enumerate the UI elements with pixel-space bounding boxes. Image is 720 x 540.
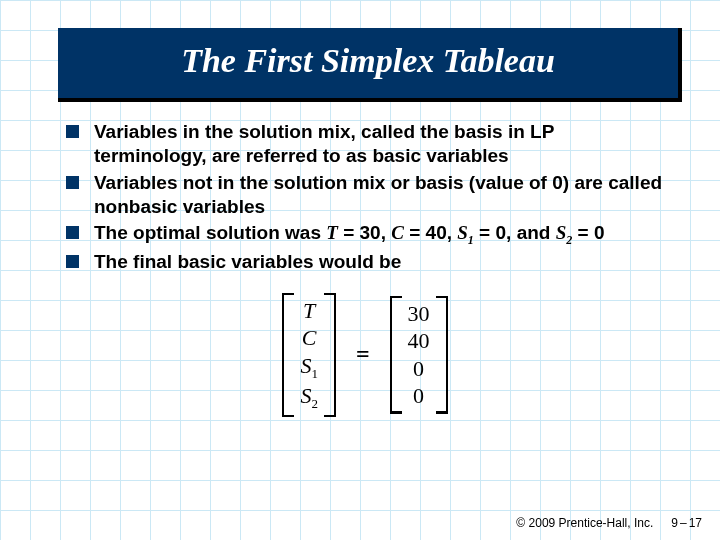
chapter-number: 9 <box>671 516 678 530</box>
vec-var: S2 <box>300 382 318 413</box>
copyright-text: © 2009 Prentice-Hall, Inc. <box>516 516 653 530</box>
page-sep: – <box>678 516 689 530</box>
val-S2: 0 <box>594 222 605 243</box>
vec-val: 30 <box>408 300 430 328</box>
bullet-text: The final basic variables would be <box>94 251 401 272</box>
bullet-item: Variables not in the solution mix or bas… <box>66 171 664 220</box>
vec-var: C <box>302 324 317 352</box>
val-C: 40 <box>426 222 447 243</box>
slide-footer: © 2009 Prentice-Hall, Inc. 9–17 <box>516 516 702 530</box>
var-C: C <box>391 222 404 243</box>
slide-content: The First Simplex Tableau Variables in t… <box>0 28 720 417</box>
var-S2: S2 <box>556 222 573 243</box>
left-bracket-icon <box>390 296 400 414</box>
right-bracket-group: 30 40 0 0 <box>390 296 448 414</box>
keyword-basis: basis <box>454 121 503 142</box>
page-subnumber: 17 <box>689 516 702 530</box>
left-bracket-group: T C S1 S2 <box>282 293 336 417</box>
variable-vector: T C S1 S2 <box>292 293 326 417</box>
var-S1: S1 <box>457 222 474 243</box>
square-bullet-icon <box>66 125 79 138</box>
right-bracket-icon <box>326 293 336 417</box>
left-bracket-icon <box>282 293 292 417</box>
page-number: 9–17 <box>671 516 702 530</box>
keyword-basic-variables: basic variables <box>372 145 508 166</box>
vec-val: 0 <box>413 355 424 383</box>
bullet-text: Variables in the solution mix, called th… <box>94 121 454 142</box>
bullet-list: Variables in the solution mix, called th… <box>66 120 664 275</box>
square-bullet-icon <box>66 255 79 268</box>
val-S1: 0 <box>496 222 507 243</box>
vector-equation: T C S1 S2 = 30 40 0 0 <box>66 293 664 417</box>
value-vector: 30 40 0 0 <box>400 296 438 414</box>
bullet-text: Variables not in the solution mix or bas… <box>94 172 662 193</box>
var-T: T <box>326 222 338 243</box>
vec-val: 40 <box>408 327 430 355</box>
bullet-item: The final basic variables would be <box>66 250 664 274</box>
equals-sign: = <box>350 341 376 368</box>
vec-var: T <box>303 297 315 325</box>
slide-body: Variables in the solution mix, called th… <box>66 120 664 417</box>
slide-title: The First Simplex Tableau <box>58 28 682 102</box>
bullet-item: The optimal solution was T = 30, C = 40,… <box>66 221 664 248</box>
square-bullet-icon <box>66 176 79 189</box>
and-text: and <box>517 222 551 243</box>
keyword-nonbasic-variables: nonbasic variables <box>94 196 265 217</box>
vec-val: 0 <box>413 382 424 410</box>
bullet-item: Variables in the solution mix, called th… <box>66 120 664 169</box>
right-bracket-icon <box>438 296 448 414</box>
vec-var: S1 <box>300 352 318 383</box>
val-T: 30 <box>360 222 381 243</box>
bullet-text: The optimal solution was <box>94 222 326 243</box>
square-bullet-icon <box>66 226 79 239</box>
